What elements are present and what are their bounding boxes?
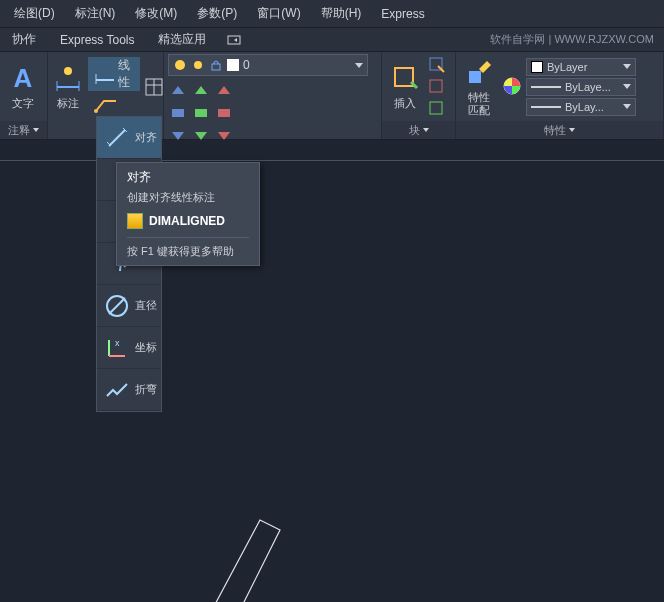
dd-diameter[interactable]: 直径	[97, 285, 161, 327]
text-label: 文字	[12, 96, 34, 111]
match-label: 特性 匹配	[468, 91, 490, 115]
chevron-down-icon	[623, 104, 631, 109]
svg-rect-21	[430, 80, 442, 92]
tooltip-command-text: DIMALIGNED	[149, 214, 225, 228]
svg-rect-18	[218, 109, 230, 117]
svg-rect-17	[195, 109, 207, 117]
dd-aligned-label: 对齐	[135, 130, 157, 145]
ribbon-tabs: 协作 Express Tools 精选应用 软件自学网 | WWW.RJZXW.…	[0, 28, 664, 52]
insert-icon	[389, 62, 421, 94]
tab-more-icon[interactable]	[218, 34, 250, 46]
tooltip-hint: 按 F1 键获得更多帮助	[127, 237, 249, 259]
menu-help[interactable]: 帮助(H)	[311, 5, 372, 22]
chevron-down-icon	[569, 128, 575, 132]
dd-ordinate-label: 坐标	[135, 340, 157, 355]
tab-express-tools[interactable]: Express Tools	[48, 33, 146, 47]
menu-params[interactable]: 参数(P)	[187, 5, 247, 22]
lock-icon	[209, 58, 223, 72]
insert-button[interactable]: 插入	[386, 62, 424, 111]
layer-tool-6[interactable]	[214, 103, 234, 123]
lineweight-combo[interactable]: ByLaye...	[526, 78, 636, 96]
block-def-icon[interactable]	[428, 100, 446, 118]
chevron-down-icon	[623, 64, 631, 69]
dimension-button[interactable]: 标注	[52, 62, 84, 111]
chevron-down-icon	[423, 128, 429, 132]
svg-rect-16	[172, 109, 184, 117]
svg-text:x: x	[115, 338, 120, 348]
layer-tool-1[interactable]	[168, 80, 188, 100]
layer-color-swatch	[227, 59, 239, 71]
dim-leader-button[interactable]	[88, 93, 140, 117]
dd-aligned[interactable]: 对齐	[97, 117, 161, 159]
text-button[interactable]: A 文字	[4, 62, 42, 111]
menubar: 绘图(D) 标注(N) 修改(M) 参数(P) 窗口(W) 帮助(H) Expr…	[0, 0, 664, 28]
diameter-dim-icon	[103, 292, 131, 320]
lightbulb-icon	[173, 58, 187, 72]
layer-combo[interactable]: 0	[168, 54, 368, 76]
svg-point-9	[94, 109, 98, 113]
panel-layer: 0 图层	[164, 52, 382, 139]
tab-collab[interactable]: 协作	[0, 31, 48, 48]
color-value: ByLayer	[547, 61, 619, 73]
dd-jogged-label: 折弯	[135, 382, 157, 397]
block-edit-icon[interactable]	[428, 56, 446, 74]
dim-linear-button[interactable]: 线性	[88, 57, 140, 91]
color-combo[interactable]: ByLayer	[526, 58, 636, 76]
panel-block-label[interactable]: 块	[382, 121, 455, 139]
linear-label: 线性	[118, 57, 136, 91]
layer-tool-4[interactable]	[168, 103, 188, 123]
text-a-icon: A	[7, 62, 39, 94]
linetype-combo[interactable]: ByLay...	[526, 98, 636, 116]
table-icon[interactable]	[144, 77, 164, 97]
layer-tool-3[interactable]	[214, 80, 234, 100]
svg-rect-23	[469, 71, 481, 83]
dd-jogged[interactable]: 折弯	[97, 369, 161, 411]
panel-text: A 文字 注释	[0, 52, 48, 139]
tooltip-command: DIMALIGNED	[127, 213, 249, 229]
chevron-down-icon	[623, 84, 631, 89]
tab-featured[interactable]: 精选应用	[146, 31, 218, 48]
ordinate-dim-icon: x	[103, 334, 131, 362]
svg-text:A: A	[14, 63, 33, 93]
dd-diameter-label: 直径	[135, 298, 157, 313]
dim-extra-col	[144, 77, 164, 97]
dd-ordinate[interactable]: x 坐标	[97, 327, 161, 369]
tooltip-sub: 创建对齐线性标注	[127, 190, 249, 205]
block-attr-icon[interactable]	[428, 78, 446, 96]
svg-point-14	[194, 61, 202, 69]
svg-point-5	[64, 67, 72, 75]
color-wheel-icon[interactable]	[502, 76, 522, 96]
lineweight-value: ByLaye...	[565, 81, 619, 93]
jogged-dim-icon	[103, 376, 131, 404]
svg-rect-15	[212, 64, 220, 70]
layer-tools-grid	[168, 80, 234, 146]
panel-annotate-label[interactable]: 注释	[0, 121, 47, 139]
panel-properties: 特性 匹配 ByLayer ByLaye... ByLay...	[456, 52, 664, 139]
drawing-object	[140, 510, 340, 602]
svg-line-25	[109, 130, 125, 146]
svg-rect-22	[430, 102, 442, 114]
layer-tool-5[interactable]	[191, 103, 211, 123]
lineweight-swatch	[531, 86, 561, 88]
sun-icon	[191, 58, 205, 72]
linetype-swatch	[531, 106, 561, 108]
panel-props-label[interactable]: 特性	[456, 121, 663, 139]
layer-name: 0	[243, 58, 351, 72]
command-icon	[127, 213, 143, 229]
match-props-button[interactable]: 特性 匹配	[460, 57, 498, 115]
color-swatch	[531, 61, 543, 73]
menu-dimension[interactable]: 标注(N)	[65, 5, 126, 22]
menu-window[interactable]: 窗口(W)	[247, 5, 310, 22]
watermark: 软件自学网 | WWW.RJZXW.COM	[490, 32, 664, 47]
linetype-value: ByLay...	[565, 101, 619, 113]
match-props-icon	[463, 57, 495, 89]
panel-block: 插入 块	[382, 52, 456, 139]
tooltip: 对齐 创建对齐线性标注 DIMALIGNED 按 F1 键获得更多帮助	[116, 162, 260, 266]
menu-draw[interactable]: 绘图(D)	[4, 5, 65, 22]
dimension-icon	[52, 62, 84, 94]
chevron-down-icon	[355, 63, 363, 68]
menu-modify[interactable]: 修改(M)	[125, 5, 187, 22]
layer-tool-2[interactable]	[191, 80, 211, 100]
menu-express[interactable]: Express	[371, 7, 434, 21]
tooltip-title: 对齐	[127, 169, 249, 186]
